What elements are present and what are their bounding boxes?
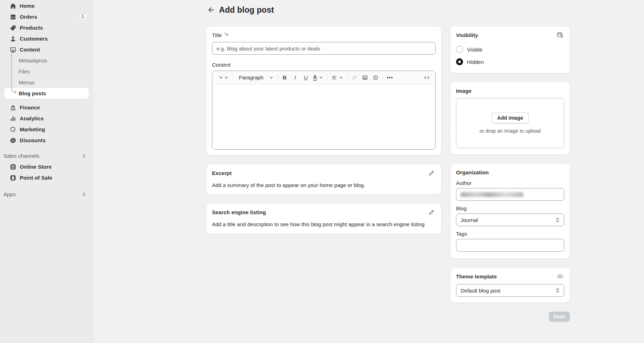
sidebar-item-menus[interactable]: Menus	[4, 77, 89, 88]
tags-field-group: Tags	[456, 231, 564, 252]
sidebar-item-label: Content	[20, 47, 40, 53]
theme-template-select[interactable]: Default blog post	[456, 284, 564, 297]
search-listing-title: Search engine listing	[212, 209, 427, 215]
sidebar-item-online-store[interactable]: Online Store	[4, 161, 89, 172]
select-stepper-icon	[554, 287, 561, 294]
link-button[interactable]	[350, 73, 359, 82]
sidebar-subitem-label: Blog posts	[19, 90, 46, 96]
sidebar-item-content[interactable]: Content	[4, 44, 89, 55]
main-content: Add blog post Title Content	[93, 0, 644, 343]
sidebar-item-analytics[interactable]: Analytics	[4, 113, 89, 124]
play-circle-icon	[372, 74, 379, 81]
orders-icon	[10, 13, 17, 20]
tags-input[interactable]	[456, 239, 564, 252]
sidebar-section-sales-channels[interactable]: Sales channels	[0, 150, 93, 161]
author-input[interactable]	[456, 188, 564, 201]
content-field-label: Content	[212, 62, 436, 68]
edit-seo-button[interactable]	[427, 208, 436, 216]
text-style-value: Paragraph	[237, 74, 266, 80]
sidebar-item-label: Products	[20, 25, 43, 31]
sidebar-item-discounts[interactable]: Discounts	[4, 135, 89, 146]
sidebar-item-blog-posts[interactable]: Blog posts	[4, 88, 89, 99]
align-left-icon	[331, 74, 338, 81]
page-title: Add blog post	[219, 5, 274, 15]
sidebar-section-apps[interactable]: Apps	[0, 189, 93, 200]
sidebar-item-point-of-sale[interactable]: Point of Sale	[4, 172, 89, 183]
sidebar-item-orders[interactable]: Orders 1	[4, 11, 89, 22]
pencil-icon	[428, 170, 435, 176]
text-style-dropdown[interactable]: Paragraph	[236, 73, 274, 82]
title-input[interactable]	[212, 42, 436, 55]
text-color-button[interactable]: A	[312, 73, 324, 82]
page-header: Add blog post	[206, 5, 570, 15]
sidebar-settings-partial: Settings	[0, 341, 93, 343]
sidebar-item-products[interactable]: Products	[4, 22, 89, 33]
home-icon	[10, 2, 17, 10]
theme-template-value: Default blog post	[461, 288, 554, 294]
radio-checked[interactable]	[456, 58, 463, 65]
more-options-button[interactable]: •••	[386, 73, 394, 82]
sparkle-icon	[218, 74, 224, 80]
toolbar-divider	[347, 74, 347, 82]
sidebar-item-finance[interactable]: Finance	[4, 102, 89, 113]
visibility-title: Visibility	[456, 32, 556, 38]
sidebar-item-home[interactable]: Home	[4, 0, 89, 11]
visibility-option-hidden[interactable]: Hidden	[456, 58, 564, 65]
sidebar-item-label: Home	[20, 3, 35, 9]
image-card-title: Image	[456, 88, 564, 94]
preview-theme-button[interactable]	[556, 272, 564, 281]
sidebar-item-marketing[interactable]: Marketing	[4, 124, 89, 135]
code-view-button[interactable]	[423, 73, 431, 82]
link-icon	[351, 74, 358, 81]
image-icon	[362, 74, 368, 81]
rich-text-editor: Paragraph B I U A	[212, 71, 436, 150]
calendar-clock-icon	[557, 31, 564, 38]
drop-image-hint: or drop an image to upload	[480, 128, 541, 134]
radio-label: Visible	[467, 47, 482, 53]
sidebar-item-label: Customers	[20, 36, 48, 42]
visibility-option-visible[interactable]: Visible	[456, 46, 564, 53]
analytics-bars-icon	[10, 115, 17, 122]
image-card: Image Add image or drop an image to uplo…	[450, 82, 570, 155]
chevron-right-icon	[81, 153, 87, 159]
magic-sparkle-button[interactable]	[222, 31, 230, 39]
insert-video-button[interactable]	[371, 73, 380, 82]
blog-field-group: Blog Journal	[456, 205, 564, 226]
author-redacted-value	[461, 192, 523, 197]
alignment-button[interactable]	[330, 73, 344, 82]
section-label: Sales channels	[4, 153, 81, 159]
add-image-button[interactable]: Add image	[492, 113, 528, 124]
underline-button[interactable]: U	[302, 73, 310, 82]
sidebar-item-customers[interactable]: Customers	[4, 33, 89, 44]
edit-excerpt-button[interactable]	[427, 169, 436, 177]
sidebar-item-label: Analytics	[20, 115, 44, 121]
sidebar-item-label: Orders	[20, 14, 37, 20]
title-content-card: Title Content	[206, 26, 441, 155]
sidebar-item-settings[interactable]: Settings	[4, 341, 89, 343]
image-dropzone[interactable]: Add image or drop an image to upload	[456, 98, 564, 148]
author-field-group: Author	[456, 180, 564, 201]
save-button[interactable]: Save	[549, 312, 570, 322]
sparkle-icon	[223, 31, 230, 38]
sidebar-item-label: Finance	[20, 104, 40, 110]
sidebar-item-metaobjects[interactable]: Metaobjects	[4, 55, 89, 66]
insert-image-button[interactable]	[361, 73, 369, 82]
back-button[interactable]	[206, 5, 216, 15]
sidebar-item-label: Point of Sale	[20, 175, 52, 181]
chevron-down-icon	[269, 76, 273, 80]
bold-button[interactable]: B	[280, 73, 289, 82]
radio-label: Hidden	[467, 59, 484, 65]
online-store-icon	[10, 163, 17, 170]
blog-select[interactable]: Journal	[456, 213, 564, 226]
chevron-right-icon	[81, 192, 87, 197]
schedule-visibility-button[interactable]	[556, 31, 564, 39]
toolbar-divider	[327, 74, 327, 82]
sidebar-item-label: Online Store	[20, 164, 51, 170]
point-of-sale-icon	[10, 174, 17, 181]
italic-button[interactable]: I	[291, 73, 299, 82]
content-textarea[interactable]	[212, 84, 435, 149]
ai-sparkle-button[interactable]	[217, 73, 230, 82]
sidebar-item-files[interactable]: Files	[4, 66, 89, 77]
toolbar-divider	[277, 74, 278, 82]
radio-unchecked[interactable]	[456, 46, 463, 53]
